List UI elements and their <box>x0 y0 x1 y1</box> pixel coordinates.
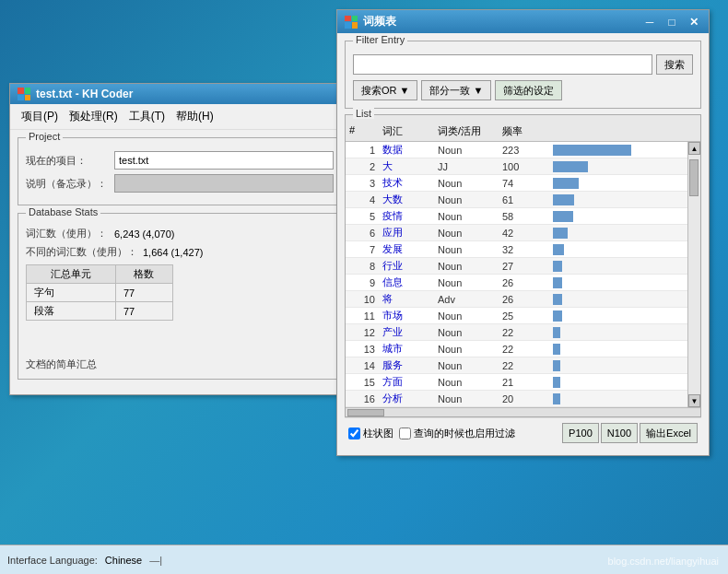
project-row: 现在的项目： <box>26 151 334 170</box>
row-word[interactable]: 分析 <box>379 392 434 405</box>
row-num: 16 <box>346 393 379 404</box>
p100-button[interactable]: P100 <box>562 423 599 443</box>
freq-app-icon <box>345 16 358 29</box>
freq-bar <box>553 294 562 305</box>
search-or-button[interactable]: 搜索OR ▼ <box>353 80 417 100</box>
list-item: 13 城市 Noun 22 <box>346 341 687 357</box>
db-stats-group: Database Stats 词汇数（使用）： 6,243 (4,070) 不同… <box>18 213 342 380</box>
scroll-up-button[interactable]: ▲ <box>688 142 700 155</box>
close-button[interactable]: ✕ <box>687 16 701 29</box>
filter-when-search-checkbox[interactable] <box>399 428 411 439</box>
freq-bar <box>553 211 573 222</box>
list-item: 7 发展 Noun 32 <box>346 241 687 258</box>
list-item: 15 方面 Noun 21 <box>346 374 687 391</box>
freq-bar <box>553 344 560 355</box>
row-num: 13 <box>346 344 379 355</box>
search-or-arrow: ▼ <box>400 85 410 96</box>
row-num: 15 <box>346 377 379 388</box>
filter-checkbox-label[interactable]: 查询的时候也启用过滤 <box>399 427 515 440</box>
scroll-track <box>688 155 700 394</box>
vertical-scrollbar[interactable]: ▲ ▼ <box>687 142 700 407</box>
vocab-row: 词汇数（使用）： 6,243 (4,070) <box>26 227 334 240</box>
list-item: 1 数据 Noun 223 <box>346 142 687 158</box>
row-num: 14 <box>346 360 379 371</box>
row-freq: 22 <box>499 360 549 371</box>
menu-preprocess[interactable]: 预处理(R) <box>65 107 122 126</box>
row-freq: 42 <box>499 228 549 239</box>
row-freq: 25 <box>499 310 549 322</box>
unique-label: 不同的词汇数（使用）： <box>26 245 137 259</box>
row-word[interactable]: 城市 <box>379 342 434 356</box>
row-freq: 100 <box>499 161 549 172</box>
row-word[interactable]: 应用 <box>379 226 434 240</box>
language-value: Chinese <box>105 555 142 566</box>
row-word[interactable]: 发展 <box>379 242 434 256</box>
bar-cell <box>549 275 687 290</box>
row-num: 7 <box>346 244 379 255</box>
row-word[interactable]: 市场 <box>379 309 434 322</box>
row-word[interactable]: 数据 <box>379 143 434 157</box>
row-word[interactable]: 大 <box>379 159 434 173</box>
bar-cell <box>549 292 687 307</box>
memo-input[interactable] <box>114 174 334 193</box>
bottom-buttons: P100 N100 输出Excel <box>562 423 698 443</box>
list-rows-area: 1 数据 Noun 223 2 大 JJ 100 3 技术 Noun 74 4 <box>346 142 687 407</box>
language-arrow[interactable]: —| <box>149 555 162 566</box>
h-scroll-thumb[interactable] <box>347 409 384 416</box>
row-num: 4 <box>346 194 379 205</box>
row-word[interactable]: 技术 <box>379 176 434 190</box>
list-item: 3 技术 Noun 74 <box>346 175 687 192</box>
export-excel-button[interactable]: 输出Excel <box>640 423 698 443</box>
scroll-down-button[interactable]: ▼ <box>688 394 700 407</box>
n100-button[interactable]: N100 <box>601 423 638 443</box>
stats-unit-1: 字句 <box>27 284 116 302</box>
freq-bar <box>553 178 579 189</box>
row-word[interactable]: 将 <box>379 292 434 306</box>
search-button[interactable]: 搜索 <box>656 54 693 75</box>
bar-chart-checkbox-label[interactable]: 柱状图 <box>348 427 393 440</box>
scroll-thumb[interactable] <box>689 159 699 196</box>
row-word[interactable]: 疫情 <box>379 209 434 223</box>
list-item: 9 信息 Noun 26 <box>346 275 687 291</box>
minimize-button[interactable]: ─ <box>642 16 657 29</box>
menu-help[interactable]: 帮助(H) <box>172 107 217 126</box>
row-freq: 223 <box>499 145 549 156</box>
horizontal-scrollbar[interactable] <box>346 407 700 416</box>
partial-match-button[interactable]: 部分一致 ▼ <box>421 80 491 100</box>
row-word[interactable]: 行业 <box>379 259 434 273</box>
row-word[interactable]: 服务 <box>379 358 434 372</box>
maximize-button[interactable]: □ <box>664 16 679 29</box>
row-freq: 26 <box>499 294 549 305</box>
kh-coder-window: test.txt - KH Coder 项目(P) 预处理(R) 工具(T) 帮… <box>9 83 350 395</box>
row-word[interactable]: 方面 <box>379 375 434 389</box>
freq-bar <box>553 393 560 404</box>
row-word[interactable]: 信息 <box>379 275 434 289</box>
filter-group-label: Filter Entry <box>353 34 407 45</box>
freq-bar <box>553 161 588 172</box>
bar-cell <box>549 209 687 224</box>
menu-project[interactable]: 项目(P) <box>18 107 62 126</box>
bar-cell <box>549 358 687 373</box>
menu-tools[interactable]: 工具(T) <box>125 107 169 126</box>
row-word[interactable]: 大数 <box>379 193 434 206</box>
bar-cell <box>549 159 687 174</box>
row-num: 2 <box>346 161 379 172</box>
kh-app-icon <box>18 88 30 100</box>
row-freq: 21 <box>499 377 549 388</box>
search-input[interactable] <box>353 54 652 75</box>
row-num: 3 <box>346 178 379 189</box>
bar-cell <box>549 325 687 340</box>
row-word[interactable]: 产业 <box>379 325 434 339</box>
filter-settings-button[interactable]: 筛选的设定 <box>495 80 562 100</box>
row-type: Noun <box>434 261 499 272</box>
bar-chart-checkbox[interactable] <box>348 428 360 439</box>
search-row: 搜索 <box>353 54 693 75</box>
list-item: 2 大 JJ 100 <box>346 158 687 175</box>
row-type: Noun <box>434 327 499 338</box>
list-header: # 词汇 词类/活用 频率 <box>346 115 700 142</box>
stats-table: 汇总单元 格数 字句 77 段落 77 <box>26 264 173 321</box>
project-input[interactable] <box>114 151 334 170</box>
bar-cell <box>549 143 687 158</box>
filter-row: 搜索OR ▼ 部分一致 ▼ 筛选的设定 <box>353 80 693 100</box>
bar-cell <box>549 375 687 390</box>
